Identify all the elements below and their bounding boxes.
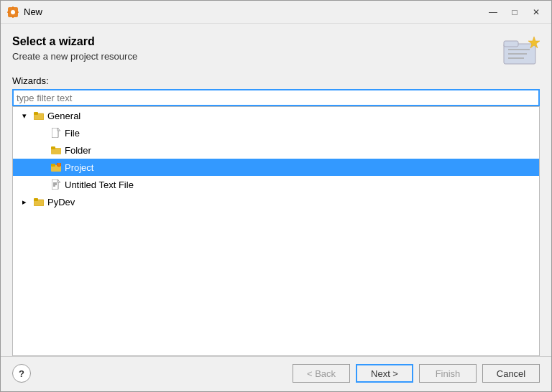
file-icon <box>50 127 62 139</box>
cancel-button[interactable]: Cancel <box>482 364 540 383</box>
spacer <box>36 179 47 190</box>
list-item[interactable]: Project <box>13 159 539 176</box>
header-subtitle: Create a new project resource <box>12 51 502 62</box>
minimize-button[interactable]: — <box>484 4 502 20</box>
expand-icon: ▾ <box>19 110 30 121</box>
tree-item-label: File <box>65 128 80 139</box>
wizard-tree[interactable]: ▾ General File Folder <box>12 106 540 356</box>
spacer <box>36 162 47 173</box>
svg-point-1 <box>11 10 15 14</box>
tree-item-label: Folder <box>65 145 91 156</box>
filter-input[interactable] <box>12 89 540 106</box>
bottom-section: ? < Back Next > Finish Cancel <box>1 357 551 391</box>
header-text: Select a wizard Create a new project res… <box>12 35 502 62</box>
next-button[interactable]: Next > <box>356 364 413 383</box>
new-wizard-dialog: New — □ ✕ Select a wizard Create a new p… <box>0 0 552 392</box>
text-file-icon <box>50 179 62 190</box>
svg-rect-20 <box>51 164 55 167</box>
tree-item-label: Project <box>65 162 93 173</box>
svg-rect-4 <box>7 11 9 13</box>
window-icon <box>6 6 19 19</box>
button-group: < Back Next > Finish Cancel <box>293 364 540 383</box>
list-item[interactable]: Untitled Text File <box>13 176 539 193</box>
list-item[interactable]: File <box>13 124 539 141</box>
svg-marker-26 <box>58 179 60 182</box>
close-button[interactable]: ✕ <box>527 4 546 20</box>
project-icon <box>50 162 62 173</box>
maximize-button[interactable]: □ <box>505 4 524 20</box>
back-button[interactable]: < Back <box>293 364 350 383</box>
finish-button[interactable]: Finish <box>419 364 477 383</box>
tree-item-label: Untitled Text File <box>65 179 134 190</box>
folder-icon <box>33 110 45 121</box>
tree-item-label: General <box>47 111 80 121</box>
window-title: New <box>24 6 484 17</box>
svg-rect-2 <box>12 6 14 9</box>
window-controls: — □ ✕ <box>484 4 546 20</box>
svg-point-21 <box>57 163 61 167</box>
list-item[interactable]: ▸ PyDev <box>13 193 539 210</box>
svg-rect-5 <box>17 11 19 13</box>
svg-marker-16 <box>58 128 60 131</box>
title-bar: New — □ ✕ <box>1 1 551 24</box>
wizards-label: Wizards: <box>12 75 540 86</box>
svg-rect-15 <box>52 128 58 138</box>
spacer <box>36 127 47 139</box>
header-title: Select a wizard <box>12 35 502 48</box>
content-area: Select a wizard Create a new project res… <box>1 24 551 356</box>
svg-rect-18 <box>51 146 55 149</box>
folder-icon <box>33 196 45 207</box>
expand-icon: ▸ <box>19 196 30 207</box>
svg-rect-7 <box>504 41 518 47</box>
list-item[interactable]: ▾ General <box>13 107 539 124</box>
spacer <box>36 144 47 156</box>
tree-item-label: PyDev <box>47 197 75 207</box>
help-button[interactable]: ? <box>12 364 31 383</box>
list-item[interactable]: Folder <box>13 141 539 159</box>
header-section: Select a wizard Create a new project res… <box>12 35 540 67</box>
svg-rect-3 <box>12 16 14 18</box>
folder-icon <box>50 144 62 156</box>
wizard-header-icon <box>502 35 540 67</box>
